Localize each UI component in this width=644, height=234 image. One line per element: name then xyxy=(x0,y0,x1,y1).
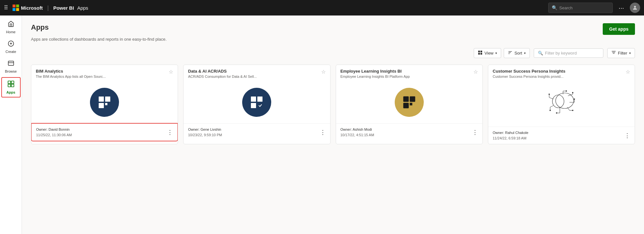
view-button[interactable]: View ▾ xyxy=(474,48,501,58)
svg-rect-11 xyxy=(481,51,482,52)
card-header-data-ai: Data & AI ACR/ADS ACR/ADS Consumption fo… xyxy=(183,65,330,81)
ms-logo-q2 xyxy=(16,5,19,7)
svg-rect-24 xyxy=(251,97,256,102)
view-grid-icon xyxy=(478,50,482,56)
card-icon-data-ai xyxy=(242,88,271,117)
svg-rect-29 xyxy=(410,97,415,102)
apps-grid: BIM Analytics The BIM Analytics App list… xyxy=(31,65,635,144)
ms-logo-q1 xyxy=(13,5,15,7)
main-layout: Home Create Browse Apps xyxy=(0,15,644,234)
card-title-area-customer: Customer Success Persona Insights Custom… xyxy=(493,69,623,79)
sidebar-item-apps[interactable]: Apps xyxy=(1,77,21,97)
card-icon-bim xyxy=(90,88,119,117)
card-footer-info-employee: Owner: Ashish Modi 10/17/22, 4:51:15 AM xyxy=(341,127,374,137)
card-icon-area-bim xyxy=(31,81,178,123)
svg-rect-25 xyxy=(257,97,263,102)
grid-icon[interactable]: ⠿ xyxy=(4,4,8,11)
card-desc-data-ai: ACR/ADS Consumption for Data & AI Sell..… xyxy=(188,74,318,79)
search-icon: 🔍 xyxy=(552,5,557,10)
page-subtitle: Apps are collections of dashboards and r… xyxy=(31,37,635,42)
app-card-bim-analytics[interactable]: BIM Analytics The BIM Analytics App list… xyxy=(31,65,178,144)
create-icon xyxy=(8,40,14,48)
card-desc-customer: Customer Success Persona Insights provid… xyxy=(493,74,623,79)
search-input[interactable] xyxy=(559,5,609,10)
card-more-data-ai[interactable]: ⋮ xyxy=(320,129,326,136)
card-more-employee[interactable]: ⋮ xyxy=(472,129,478,136)
card-title-area-employee: Employee Learning Insights BI Employee L… xyxy=(341,69,471,79)
sort-button[interactable]: Sort ▾ xyxy=(504,48,530,58)
card-title-area-bim: BIM Analytics The BIM Analytics App list… xyxy=(36,69,166,79)
card-more-bim[interactable]: ⋮ xyxy=(167,129,173,136)
app-card-customer-success[interactable]: Customer Success Persona Insights Custom… xyxy=(488,65,635,144)
sidebar-item-home[interactable]: Home xyxy=(1,18,21,36)
svg-rect-23 xyxy=(105,103,107,105)
filter-search-icon: 🔍 xyxy=(538,51,543,56)
card-desc-bim: The BIM Analytics App lists all Open Sou… xyxy=(36,74,166,79)
card-desc-employee: Employee Learning Insights BI Platform A… xyxy=(341,74,471,79)
filter-keyword-input[interactable] xyxy=(545,51,599,56)
sidebar: Home Create Browse Apps xyxy=(0,15,22,234)
card-date-customer: 11/24/22, 6:59:18 AM xyxy=(493,136,529,141)
card-footer-info-bim: Owner: David Bonnin 11/25/22, 11:30:06 A… xyxy=(36,127,72,137)
topbar-search-box[interactable]: 🔍 xyxy=(548,3,613,13)
svg-rect-13 xyxy=(481,53,482,55)
topbar-appname: Apps xyxy=(77,5,88,11)
ms-logo-q3 xyxy=(13,8,15,11)
svg-rect-8 xyxy=(8,84,10,87)
card-owner-employee: Owner: Ashish Modi xyxy=(341,127,374,132)
svg-rect-22 xyxy=(99,103,104,108)
svg-rect-10 xyxy=(478,51,480,52)
sidebar-item-create[interactable]: Create xyxy=(1,38,21,56)
svg-point-51 xyxy=(572,110,573,111)
get-apps-button[interactable]: Get apps xyxy=(603,23,635,35)
sidebar-item-apps-label: Apps xyxy=(6,90,15,94)
more-options-icon[interactable]: ··· xyxy=(616,3,627,13)
card-name-customer: Customer Success Persona Insights xyxy=(493,69,623,74)
app-card-employee-learning[interactable]: Employee Learning Insights BI Employee L… xyxy=(336,65,483,144)
svg-point-32 xyxy=(556,93,574,108)
card-star-data-ai[interactable]: ☆ xyxy=(321,69,326,75)
card-footer-info-customer: Owner: Rahul Chakole 11/24/22, 6:59:18 A… xyxy=(493,130,529,141)
card-date-data-ai: 10/23/22, 9:59:10 PM xyxy=(188,132,222,138)
card-name-bim: BIM Analytics xyxy=(36,69,166,74)
sidebar-item-browse[interactable]: Browse xyxy=(1,57,21,76)
sidebar-item-home-label: Home xyxy=(6,30,15,34)
filter-keyword-box[interactable]: 🔍 xyxy=(534,48,603,58)
filter-button[interactable]: Filter ▾ xyxy=(607,48,635,58)
topbar-divider: | xyxy=(47,5,49,11)
page-header: Apps Get apps xyxy=(31,23,635,35)
svg-point-48 xyxy=(566,90,567,92)
card-owner-customer: Owner: Rahul Chakole xyxy=(493,130,529,136)
svg-rect-6 xyxy=(8,81,10,84)
card-star-employee[interactable]: ☆ xyxy=(473,69,478,75)
avatar[interactable] xyxy=(630,3,640,13)
toolbar: View ▾ Sort ▾ 🔍 Filter xyxy=(31,48,635,58)
app-card-data-ai[interactable]: Data & AI ACR/ADS ACR/ADS Consumption fo… xyxy=(183,65,330,144)
svg-rect-7 xyxy=(11,81,14,84)
card-icon-area-employee xyxy=(336,81,482,123)
svg-point-49 xyxy=(572,92,573,93)
microsoft-logo xyxy=(13,5,19,11)
svg-rect-9 xyxy=(11,84,14,87)
filter-label: Filter xyxy=(618,51,627,56)
svg-rect-26 xyxy=(251,103,256,108)
filter-chevron-icon: ▾ xyxy=(629,51,631,55)
card-header-customer: Customer Success Persona Insights Custom… xyxy=(488,65,635,81)
topbar-logo: Microsoft xyxy=(13,5,43,11)
svg-rect-4 xyxy=(8,61,14,65)
card-star-customer[interactable]: ☆ xyxy=(626,69,630,75)
svg-line-44 xyxy=(550,106,553,107)
svg-rect-31 xyxy=(410,103,412,105)
card-footer-bim: Owner: David Bonnin 11/25/22, 11:30:06 A… xyxy=(31,123,178,141)
card-name-employee: Employee Learning Insights BI xyxy=(341,69,471,74)
card-footer-data-ai: Owner: Gene Livshin 10/23/22, 9:59:10 PM… xyxy=(183,123,330,141)
card-icon-area-data-ai xyxy=(183,81,330,123)
card-star-bim[interactable]: ☆ xyxy=(169,69,173,75)
card-more-customer[interactable]: ⋮ xyxy=(624,132,630,139)
home-icon xyxy=(8,21,14,29)
svg-point-53 xyxy=(550,110,551,111)
powerbi-label: Power BI xyxy=(53,5,74,11)
sort-icon xyxy=(508,50,512,56)
card-footer-employee: Owner: Ashish Modi 10/17/22, 4:51:15 AM … xyxy=(336,123,482,141)
sort-label: Sort xyxy=(514,51,522,56)
